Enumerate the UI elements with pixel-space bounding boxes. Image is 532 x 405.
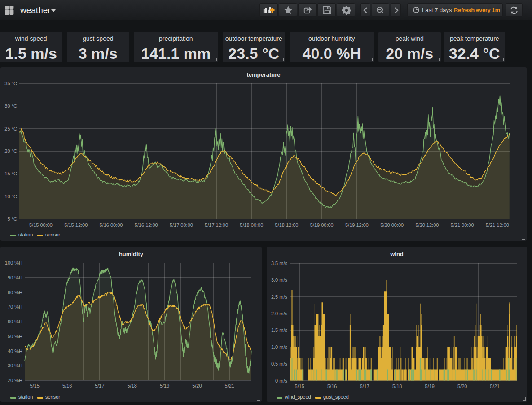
svg-text:15 °C: 15 °C: [4, 171, 17, 176]
svg-text:5/17: 5/17: [360, 383, 369, 389]
svg-text:2.5 m/s: 2.5 m/s: [271, 294, 288, 300]
svg-text:5/20: 5/20: [457, 383, 467, 389]
svg-text:5/19: 5/19: [425, 383, 434, 389]
svg-text:5/19 00:00: 5/19 00:00: [310, 222, 334, 228]
svg-text:5/16: 5/16: [62, 383, 72, 388]
svg-text:sensor: sensor: [45, 232, 60, 237]
svg-text:5/15: 5/15: [30, 383, 39, 388]
svg-text:5/21 12:00: 5/21 12:00: [486, 222, 509, 228]
svg-text:station: station: [18, 232, 33, 237]
svg-text:20 %H: 20 %H: [8, 378, 22, 383]
svg-text:5/15 00:00: 5/15 00:00: [29, 222, 53, 228]
svg-text:0 m/s: 0 m/s: [275, 378, 287, 383]
svg-text:sensor: sensor: [45, 394, 60, 400]
svg-text:1.5 m/s: 1.5 m/s: [271, 327, 288, 333]
svg-text:40 %H: 40 %H: [8, 348, 22, 354]
svg-text:80 %H: 80 %H: [8, 290, 22, 295]
svg-text:5/20 00:00: 5/20 00:00: [380, 222, 404, 228]
svg-text:5/16 12:00: 5/16 12:00: [135, 222, 158, 228]
svg-text:5/17 12:00: 5/17 12:00: [205, 222, 228, 228]
svg-text:wind: wind: [390, 251, 404, 257]
svg-text:5/19 12:00: 5/19 12:00: [345, 222, 369, 228]
svg-text:5/16: 5/16: [327, 383, 337, 389]
svg-text:2.0 m/s: 2.0 m/s: [271, 311, 288, 316]
svg-text:5/16 00:00: 5/16 00:00: [100, 222, 123, 228]
svg-text:gust_speed: gust_speed: [323, 394, 349, 400]
svg-text:60 %H: 60 %H: [8, 319, 22, 324]
svg-text:3.5 m/s: 3.5 m/s: [271, 261, 288, 266]
svg-text:90 %H: 90 %H: [8, 275, 22, 280]
svg-text:30 %H: 30 %H: [8, 363, 22, 368]
svg-text:5/15 12:00: 5/15 12:00: [64, 222, 88, 228]
svg-text:5/17: 5/17: [95, 383, 104, 388]
svg-text:5/19: 5/19: [160, 383, 169, 388]
svg-text:5/21: 5/21: [225, 383, 234, 388]
svg-text:50 %H: 50 %H: [8, 334, 22, 339]
svg-text:35 °C: 35 °C: [4, 81, 17, 86]
svg-text:5/18: 5/18: [392, 383, 402, 389]
svg-text:5/17 00:00: 5/17 00:00: [170, 222, 193, 228]
svg-text:5/20 12:00: 5/20 12:00: [415, 222, 439, 228]
svg-text:5/18 12:00: 5/18 12:00: [275, 222, 299, 228]
svg-text:3.0 m/s: 3.0 m/s: [271, 277, 288, 283]
svg-text:1.0 m/s: 1.0 m/s: [271, 344, 288, 350]
svg-text:100 %H: 100 %H: [5, 260, 22, 266]
svg-text:5/15: 5/15: [295, 383, 304, 389]
svg-text:5/21: 5/21: [490, 383, 499, 389]
svg-text:5/18 00:00: 5/18 00:00: [240, 222, 263, 228]
svg-text:station: station: [18, 394, 33, 400]
svg-text:wind_speed: wind_speed: [284, 394, 311, 400]
svg-text:5/20: 5/20: [192, 383, 202, 388]
svg-text:5/21 00:00: 5/21 00:00: [451, 222, 474, 228]
svg-text:10 °C: 10 °C: [4, 194, 17, 199]
svg-text:5/18: 5/18: [127, 383, 136, 388]
svg-text:20 °C: 20 °C: [4, 148, 17, 154]
svg-text:temperature: temperature: [246, 71, 280, 78]
svg-text:0.5 m/s: 0.5 m/s: [271, 361, 288, 366]
svg-text:25 °C: 25 °C: [4, 126, 17, 131]
svg-text:70 %H: 70 %H: [8, 304, 22, 309]
svg-text:humidity: humidity: [119, 251, 144, 257]
svg-text:5 °C: 5 °C: [7, 216, 17, 222]
svg-text:30 °C: 30 °C: [4, 103, 17, 109]
